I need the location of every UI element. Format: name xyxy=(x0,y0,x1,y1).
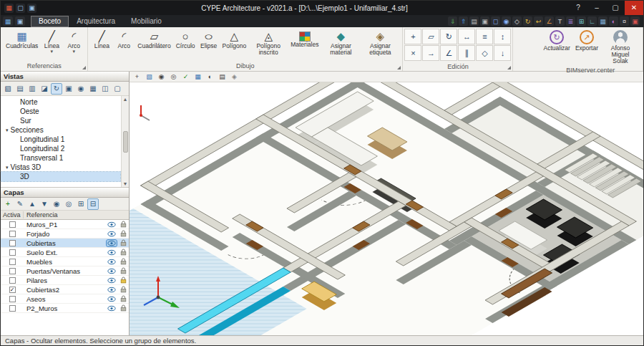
eye-icon[interactable] xyxy=(107,287,117,293)
ribbon-button[interactable]: Línea xyxy=(91,29,112,51)
strip-icon[interactable]: ⇓ xyxy=(448,16,457,26)
viewport-tool-icon[interactable]: ◈ xyxy=(229,72,240,82)
ribbon-button[interactable]: Línea xyxy=(41,29,62,55)
quick-icon[interactable]: ▦ xyxy=(3,16,13,26)
lock-icon[interactable] xyxy=(118,295,129,302)
strip-icon[interactable]: ∟ xyxy=(587,16,597,26)
viewport-tool-icon[interactable]: ◉ xyxy=(156,72,167,82)
ribbon-button[interactable]: Círculo xyxy=(174,29,197,51)
ribbon-tab[interactable]: Arquitectura xyxy=(69,16,123,27)
edit-tool-button[interactable]: ↻ xyxy=(440,29,457,44)
strip-icon[interactable]: ◻ xyxy=(491,16,500,26)
edit-tool-button[interactable]: ◇ xyxy=(476,45,493,61)
lock-icon[interactable] xyxy=(118,249,129,256)
strip-icon[interactable]: ↩ xyxy=(534,16,543,26)
strip-icon[interactable]: ∠ xyxy=(545,16,554,26)
ribbon-tab[interactable]: Mobiliario xyxy=(123,16,170,27)
layer-checkbox[interactable] xyxy=(9,277,16,284)
layer-row[interactable]: Cubiertas xyxy=(1,239,129,248)
lock-icon[interactable] xyxy=(118,258,129,265)
layer-checkbox[interactable] xyxy=(9,240,16,246)
nav-axis-icon[interactable] xyxy=(140,105,150,120)
strip-icon[interactable]: ▦ xyxy=(598,16,608,26)
minimize-button[interactable]: – xyxy=(587,1,606,15)
layer-row[interactable]: Aseos xyxy=(1,294,129,304)
tree-item[interactable]: Transversal 1 xyxy=(1,153,120,163)
ribbon-button[interactable]: Cuadrilátero xyxy=(135,29,172,51)
layer-checkbox[interactable] xyxy=(9,305,16,312)
lock-icon[interactable] xyxy=(118,267,129,274)
strip-icon[interactable]: ▣ xyxy=(630,16,640,26)
ribbon-button[interactable]: Arco xyxy=(63,29,84,55)
eye-icon[interactable] xyxy=(107,249,117,256)
edit-tool-button[interactable]: ↓ xyxy=(494,45,511,61)
tree-item[interactable]: Norte xyxy=(1,97,120,107)
layer-row[interactable]: Pilares xyxy=(1,276,129,285)
layer-checkbox[interactable] xyxy=(9,268,16,274)
strip-icon[interactable]: ⊞ xyxy=(577,16,586,26)
dialog-launcher-icon[interactable] xyxy=(82,66,86,69)
eye-icon[interactable] xyxy=(107,296,117,302)
vistas-tool-icon[interactable]: ▦ xyxy=(87,83,99,95)
edit-tool-button[interactable]: ∠ xyxy=(440,45,457,61)
viewport-tool-icon[interactable]: ▦ xyxy=(192,72,203,82)
edit-tool-button[interactable]: ▱ xyxy=(422,29,439,44)
tree-item[interactable]: Oeste xyxy=(1,107,120,116)
quick-icon[interactable]: ▣ xyxy=(15,16,25,26)
vistas-tool-icon[interactable]: ◫ xyxy=(99,83,111,95)
tree-item[interactable]: 3D xyxy=(1,172,120,181)
strip-icon[interactable]: ▣ xyxy=(480,16,489,26)
capas-tool-icon[interactable]: ▼ xyxy=(39,198,50,210)
vistas-tool-icon[interactable]: ▢ xyxy=(112,83,123,95)
help-button[interactable]: ? xyxy=(569,1,587,15)
dialog-launcher-icon[interactable] xyxy=(507,66,511,69)
strip-icon[interactable]: ¤ xyxy=(620,16,629,26)
strip-icon[interactable]: ◉ xyxy=(502,16,511,26)
capas-tool-icon[interactable]: ◎ xyxy=(63,198,74,210)
tree-scrollbar[interactable]: ▲ ▼ xyxy=(121,96,129,187)
3d-viewport[interactable] xyxy=(130,82,643,335)
ribbon-button[interactable]: Arco xyxy=(113,29,135,51)
edit-tool-button[interactable]: × xyxy=(404,45,421,61)
capas-tool-icon[interactable]: ⊞ xyxy=(75,198,87,210)
capas-tool-icon[interactable]: ◉ xyxy=(51,198,62,210)
layer-row[interactable]: Muros_P1 xyxy=(1,220,129,229)
capas-tool-icon[interactable]: ⊟ xyxy=(87,198,99,210)
scroll-down-icon[interactable]: ▼ xyxy=(123,181,128,186)
titlebar-icon[interactable]: ▣ xyxy=(27,4,36,13)
strip-icon[interactable]: ↻ xyxy=(523,16,532,26)
layer-row[interactable]: Cubiertas2 xyxy=(1,285,129,294)
ribbon-button[interactable]: Materiales xyxy=(288,29,321,49)
capas-tool-icon[interactable]: + xyxy=(2,198,14,210)
chevron-down-icon[interactable] xyxy=(51,49,54,54)
viewport-tool-icon[interactable]: ▧ xyxy=(144,72,155,82)
layer-row[interactable]: P2_Muros xyxy=(1,304,129,313)
capas-tool-icon[interactable]: ✎ xyxy=(14,198,26,210)
3d-model-scene[interactable] xyxy=(130,82,643,335)
layer-row[interactable]: Muebles xyxy=(1,257,129,266)
ribbon-button[interactable]: Asignar etiqueta xyxy=(361,29,399,57)
ribbon-button[interactable]: Polígono inscrito xyxy=(249,29,288,57)
edit-tool-button[interactable]: ∥ xyxy=(458,45,475,61)
layer-row[interactable]: Suelo Ext. xyxy=(1,248,129,257)
layer-checkbox[interactable] xyxy=(9,221,16,228)
maximize-button[interactable]: ▢ xyxy=(606,1,625,15)
ribbon-button[interactable]: Cuadrículas xyxy=(4,29,40,51)
eye-icon[interactable] xyxy=(107,259,117,265)
lock-icon[interactable] xyxy=(118,277,129,284)
viewport-tool-icon[interactable]: + xyxy=(132,72,142,82)
titlebar-icon[interactable]: ▦ xyxy=(4,4,14,13)
chevron-down-icon[interactable] xyxy=(73,49,76,54)
tree-expand-icon[interactable]: ▾ xyxy=(6,163,9,172)
ribbon-button[interactable]: Elipse xyxy=(198,29,220,51)
viewport-tool-icon[interactable]: ▤ xyxy=(217,72,228,82)
eye-icon[interactable] xyxy=(107,231,117,237)
dialog-launcher-icon[interactable] xyxy=(397,66,401,69)
viewport-tool-icon[interactable]: ◎ xyxy=(168,72,179,82)
eye-icon[interactable] xyxy=(107,305,117,312)
layer-checkbox[interactable] xyxy=(9,287,16,293)
layer-row[interactable]: Puertas/Ventanas xyxy=(1,266,129,276)
vistas-tool-icon[interactable]: ▥ xyxy=(26,83,38,95)
lock-icon[interactable] xyxy=(118,304,129,312)
exportar-button[interactable]: Exportar xyxy=(573,29,600,53)
